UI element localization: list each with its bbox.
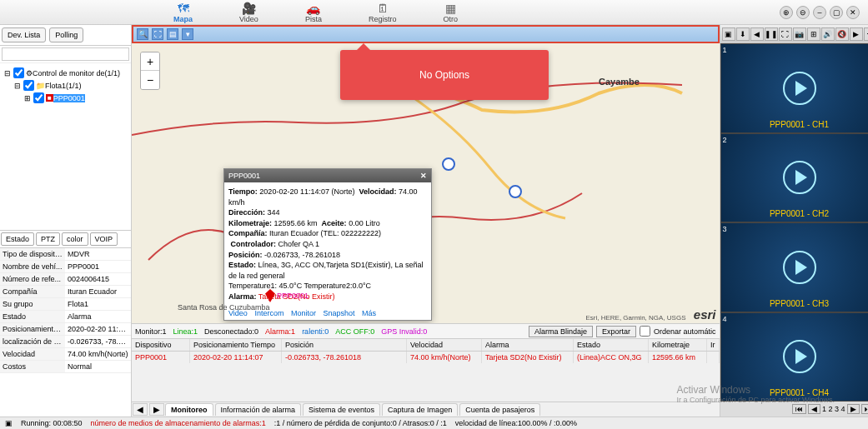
tree-expand-root[interactable]: ⊟ (3, 69, 12, 77)
btab-eventos[interactable]: Sistema de eventos (303, 403, 380, 416)
detail-key: Costos (0, 361, 65, 372)
popup-k: Alarma: (228, 292, 257, 301)
pager-prev[interactable]: ◀ (808, 404, 820, 414)
map-town-label: Santa Rosa de Cuzubamba (178, 303, 270, 312)
play-button[interactable] (783, 251, 816, 284)
vt-icon-7[interactable]: ⊞ (807, 27, 820, 41)
tab-estado[interactable]: Estado (1, 232, 34, 246)
gh[interactable]: Posición (282, 339, 407, 351)
popup-title: PPP0001 (228, 172, 260, 180)
vt-icon-8[interactable]: 🔊 (821, 27, 835, 41)
status-running: Running: 00:08:50 (21, 419, 83, 427)
tree-expand-vehicle[interactable]: ⊞ (23, 94, 32, 102)
btab-monitoreo[interactable]: Monitoreo (165, 403, 213, 416)
status-expand-icon[interactable]: ▣ (5, 419, 13, 427)
table-row[interactable]: PPP0001 2020-02-20 11:14:07 -0.026733, -… (132, 352, 720, 363)
top-toolbar: 🗺Mapa 🎥Video 🚗Pista 🗓Registro ▦Otro ⊕ ⊖ … (0, 0, 868, 25)
vt-icon-9[interactable]: 🔇 (835, 27, 849, 41)
gh[interactable]: Estado (574, 339, 649, 351)
popup-v: Chofer QA 1 (278, 240, 320, 248)
center-panel: 🔍 ⛶ ▤ ▾ No Options + − PP (132, 25, 720, 417)
window-maximize[interactable]: ▢ (830, 6, 843, 19)
play-button[interactable] (783, 340, 816, 373)
search-input[interactable] (2, 47, 129, 61)
tab-dev-lista[interactable]: Dev. Lista (2, 27, 46, 42)
gh[interactable]: Ir (707, 339, 720, 351)
map-tool-dropdown-icon[interactable]: ▾ (182, 28, 193, 40)
gear-icon: ⚙ (26, 69, 33, 77)
pager-next[interactable]: ▶ (847, 404, 860, 414)
map-tool-layers-icon[interactable]: ▤ (167, 28, 178, 40)
pager-first[interactable]: ⏮ (792, 404, 806, 414)
ordenar-checkbox[interactable] (640, 326, 650, 337)
exportar-button[interactable]: Exportar (596, 326, 636, 337)
tab-ptz[interactable]: PTZ (36, 232, 60, 246)
marker-icon (265, 289, 275, 302)
video-label: PPP0001 - CH2 (770, 209, 829, 218)
tab-color[interactable]: color (62, 232, 88, 246)
tab-polling[interactable]: Polling (49, 27, 83, 42)
vt-icon-1[interactable]: ▣ (722, 27, 735, 41)
popup-link-snapshot[interactable]: Snapshot (323, 309, 354, 317)
tree-check-root[interactable] (13, 67, 24, 78)
detail-val: 2020-02-20 11:14:07 (65, 323, 131, 335)
vt-icon-4[interactable]: ❚❚ (765, 27, 778, 41)
window-btn-1[interactable]: ⊕ (780, 6, 793, 19)
tree-root-label: Control de monitor de(1/1) (33, 69, 120, 77)
vt-icon-11[interactable]: ⋯ (864, 27, 869, 41)
mb-ralenti: ralenti:0 (302, 327, 329, 336)
nav-mapa[interactable]: 🗺Mapa (167, 0, 199, 25)
vt-icon-10[interactable]: ▶ (850, 27, 863, 41)
nav-otro[interactable]: ▦Otro (436, 0, 464, 25)
vt-icon-5[interactable]: ⛶ (779, 27, 792, 41)
video-cell-2[interactable]: 2PPP0001 - CH2 (721, 134, 869, 222)
nav-video[interactable]: 🎥Video (233, 0, 265, 25)
nav-pista[interactable]: 🚗Pista (299, 0, 329, 25)
window-minimize[interactable]: – (813, 6, 826, 19)
vt-icon-6[interactable]: 📷 (793, 27, 806, 41)
popup-k: Dirección: (228, 208, 265, 217)
video-label: PPP0001 - CH3 (770, 299, 829, 308)
zoom-out-button[interactable]: − (141, 71, 159, 89)
vt-icon-2[interactable]: ⬇ (736, 27, 750, 41)
tree-expand-fleet[interactable]: ⊟ (13, 82, 22, 90)
play-button[interactable] (783, 161, 816, 194)
video-cell-1[interactable]: 1PPP0001 - CH1 (721, 44, 869, 132)
window-btn-2[interactable]: ⊖ (796, 6, 810, 19)
video-cell-3[interactable]: 3PPP0001 - CH3 (721, 223, 869, 312)
video-cell-4[interactable]: 4PPP0001 - CH4 (721, 313, 869, 402)
right-panel: ▣ ⬇ ◀ ❚❚ ⛶ 📷 ⊞ 🔊 🔇 ▶ ⋯ 1PPP0001 - CH1 2P… (720, 25, 869, 417)
popup-k: Estado: (228, 261, 256, 269)
vt-icon-3[interactable]: ◀ (750, 27, 764, 41)
status-bar: ▣ Running: 00:08:50 número de medios de … (0, 417, 868, 429)
popup-link-monitor[interactable]: Monitor (291, 309, 316, 317)
alarma-blindaje-button[interactable]: Alarma Blindaje (529, 326, 593, 337)
popup-k: Velocidad: (359, 187, 396, 196)
gc (707, 352, 720, 363)
map-tool-fullscreen-icon[interactable]: ⛶ (152, 28, 163, 40)
btab-pasajeros[interactable]: Cuenta de pasajeros (459, 403, 540, 416)
gh[interactable]: Posicionamiento Tiempo (190, 339, 282, 351)
map-tool-search-icon[interactable]: 🔍 (137, 28, 148, 40)
btab-captura[interactable]: Captura de Imagen (382, 403, 458, 416)
gh[interactable]: Velocidad (407, 339, 482, 351)
btab-next[interactable]: ▶ (149, 403, 164, 416)
detail-val: -0.026733, -78.261018 (65, 336, 131, 347)
nav-registro[interactable]: 🗓Registro (362, 0, 404, 25)
window-close[interactable]: ✕ (846, 6, 860, 19)
popup-link-mas[interactable]: Más (362, 309, 376, 317)
btab-alarma[interactable]: Información de alarma (215, 403, 302, 416)
gh[interactable]: Dispositivo (132, 339, 190, 351)
tree-vehicle-label[interactable]: PPP0001 (53, 94, 85, 102)
tree-check-vehicle[interactable] (33, 92, 44, 103)
gh[interactable]: Alarma (482, 339, 574, 351)
play-button[interactable] (783, 72, 816, 105)
tree-check-fleet[interactable] (23, 80, 34, 91)
zoom-in-button[interactable]: + (141, 52, 159, 71)
vehicle-marker[interactable]: PPP0001 (265, 289, 309, 302)
tab-voip[interactable]: VOIP (90, 232, 118, 246)
btab-prev[interactable]: ◀ (133, 403, 148, 416)
gh[interactable]: Kilometraje (649, 339, 707, 351)
pager-last[interactable]: ⏭ (861, 404, 869, 414)
popup-close-button[interactable]: ✕ (420, 172, 427, 180)
